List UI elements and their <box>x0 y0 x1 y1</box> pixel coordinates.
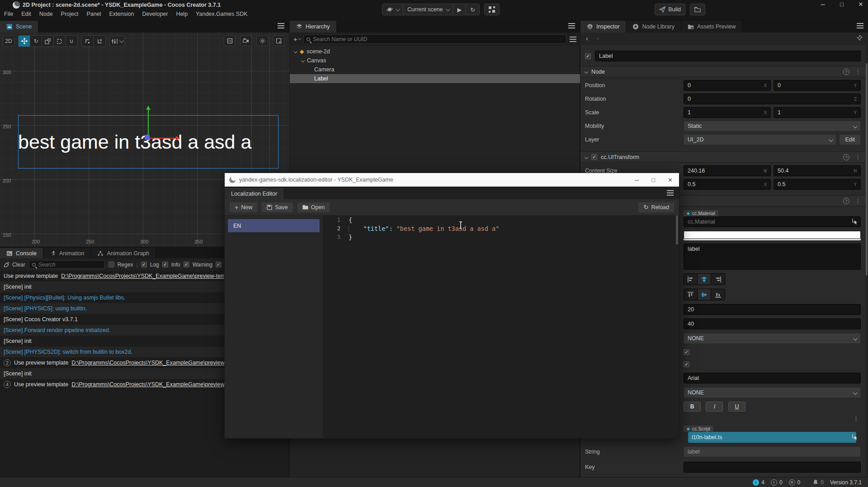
layer-edit-button[interactable]: Edit <box>839 134 861 145</box>
maximize-button[interactable]: □ <box>651 177 655 183</box>
open-build-folder-button[interactable] <box>690 4 705 15</box>
scene-settings-button[interactable] <box>256 35 268 46</box>
tree-node-camera[interactable]: Camera <box>290 65 580 74</box>
coordinate-toggle-button[interactable] <box>94 36 105 47</box>
forward-arrow-icon[interactable]: › <box>597 35 599 42</box>
line-height-input[interactable]: 40 <box>684 318 861 329</box>
key-input[interactable] <box>684 462 861 473</box>
menu-item-node[interactable]: Node <box>35 10 57 18</box>
rotate-tool-button[interactable]: ↻ <box>30 36 42 47</box>
label-option-checkbox-2[interactable]: ✓ <box>684 361 689 367</box>
node-name-input[interactable]: Label <box>595 51 861 61</box>
snap-settings-button[interactable] <box>109 36 125 47</box>
reload-button[interactable]: ↻ Reload <box>638 202 675 213</box>
asset-picker-icon[interactable] <box>852 434 858 440</box>
position-y-input[interactable]: 0Y <box>774 80 861 91</box>
gizmo-tool-button[interactable]: ∪ <box>66 36 77 47</box>
material-asset-field[interactable]: cc.Material <box>684 216 861 227</box>
minimize-button[interactable]: ─ <box>819 1 826 8</box>
pin-icon[interactable] <box>857 35 863 41</box>
anchor-x-input[interactable]: 0.5X <box>684 179 771 190</box>
open-button[interactable]: Open <box>297 202 330 213</box>
cache-mode-select[interactable]: NONE <box>684 387 861 398</box>
rotation-z-input[interactable]: 0Z <box>684 94 861 104</box>
menu-item-developer[interactable]: Developer <box>138 10 172 18</box>
menu-item-project[interactable]: Project <box>57 10 83 18</box>
align-middle-button[interactable] <box>698 289 711 300</box>
menu-item-yandex-games-sdk[interactable]: Yandex.Games SDK <box>192 10 251 18</box>
bold-button[interactable]: B <box>684 402 701 412</box>
localization-code-editor[interactable]: 1{2 "title": "best game in t3asd a asd a… <box>323 215 679 438</box>
content-height-input[interactable]: 50.4H <box>774 165 861 176</box>
align-left-button[interactable] <box>684 274 698 285</box>
script-asset-field[interactable]: l10n-label.ts <box>688 432 856 443</box>
uitransform-section-header[interactable]: ✓ cc.UITransform ?⋮ <box>580 151 865 163</box>
tab-console[interactable]: Console <box>0 248 43 258</box>
kebab-menu-icon[interactable]: ⋮ <box>853 415 859 422</box>
position-x-input[interactable]: 0X <box>684 80 771 91</box>
refresh-button[interactable]: ↻ <box>466 4 479 15</box>
tab-scene[interactable]: Scene <box>0 21 38 33</box>
align-bottom-button[interactable] <box>711 289 725 300</box>
tab-localization-editor[interactable]: Localization Editor <box>225 188 283 199</box>
error-filter-checkbox[interactable]: ✓ <box>216 262 222 267</box>
tree-node-scene-2d[interactable]: ◆scene-2d <box>290 47 580 56</box>
hierarchy-search-input[interactable] <box>313 36 563 42</box>
error-counter[interactable]: ✕ 0 <box>789 479 801 486</box>
label-option-checkbox-1[interactable]: ✓ <box>684 349 689 355</box>
new-button[interactable]: + New <box>229 202 258 213</box>
maximize-button[interactable]: □ <box>838 1 845 8</box>
uitransform-enabled-checkbox[interactable]: ✓ <box>591 154 597 160</box>
scale-x-input[interactable]: 1X <box>684 107 771 118</box>
menu-item-edit[interactable]: Edit <box>17 10 35 18</box>
layer-select[interactable]: UI_2D <box>684 134 836 145</box>
scene-camera-button[interactable] <box>240 35 252 46</box>
menu-item-file[interactable]: File <box>0 10 17 18</box>
gizmo-visibility-button[interactable] <box>224 35 236 46</box>
close-button[interactable]: ✕ <box>857 1 864 8</box>
help-icon[interactable]: ? <box>843 154 849 160</box>
regex-filter-checkbox[interactable]: ✓ <box>108 262 114 267</box>
label-string-textarea[interactable]: label <box>684 244 861 270</box>
pivot-toggle-button[interactable] <box>82 36 94 47</box>
label-color-field[interactable] <box>684 231 861 239</box>
tab-inspector[interactable]: Inspector <box>580 21 626 33</box>
warning-counter[interactable]: ! 0 <box>771 479 783 486</box>
tab-node-library[interactable]: Node Library <box>626 21 681 33</box>
rect-tool-button[interactable] <box>54 36 66 47</box>
node-section-header[interactable]: Node ?⋮ <box>580 66 865 77</box>
align-top-button[interactable] <box>684 289 698 300</box>
asset-picker-icon[interactable] <box>852 218 858 225</box>
tab-animation[interactable]: Animation <box>43 248 91 258</box>
gizmo-center-handle[interactable] <box>145 135 150 140</box>
tab-assets-preview[interactable]: Assets Preview <box>681 21 742 33</box>
menu-item-help[interactable]: Help <box>172 10 192 18</box>
notification-counter[interactable]: 0 <box>813 479 824 486</box>
kebab-menu-icon[interactable]: ⋮ <box>855 197 861 204</box>
scene-view-config-button[interactable] <box>273 35 284 46</box>
scale-y-input[interactable]: 1Y <box>774 107 861 118</box>
menu-item-panel[interactable]: Panel <box>83 10 105 18</box>
expander-icon[interactable] <box>301 59 305 62</box>
info-counter[interactable]: i 4 <box>753 479 764 486</box>
expander-icon[interactable] <box>294 50 297 53</box>
log-link[interactable]: D:\Programms\CocosProjects\YSDK_ExampleG… <box>71 381 236 388</box>
help-icon[interactable]: ? <box>843 198 849 204</box>
platform-selector[interactable] <box>382 4 403 15</box>
scene-menu-icon[interactable] <box>278 23 284 28</box>
back-arrow-icon[interactable]: ‹ <box>586 35 588 42</box>
editor-scrollbar[interactable] <box>676 215 678 244</box>
overflow-select[interactable]: NONE <box>684 333 861 344</box>
align-center-button[interactable] <box>698 274 711 285</box>
align-right-button[interactable] <box>711 274 725 285</box>
string-value-field[interactable]: label <box>684 446 861 457</box>
menu-item-extension[interactable]: Extension <box>105 10 138 18</box>
font-size-input[interactable]: 20 <box>684 304 861 315</box>
list-view-icon[interactable] <box>570 37 576 42</box>
mobility-select[interactable]: Static <box>684 121 861 131</box>
scale-tool-button[interactable] <box>42 36 54 47</box>
tab-animation-graph[interactable]: Animation Graph <box>91 248 156 258</box>
inspector-menu-icon[interactable] <box>857 23 863 28</box>
warning-filter-checkbox[interactable]: ✓ <box>184 262 189 267</box>
tree-node-label[interactable]: Label <box>290 74 580 83</box>
